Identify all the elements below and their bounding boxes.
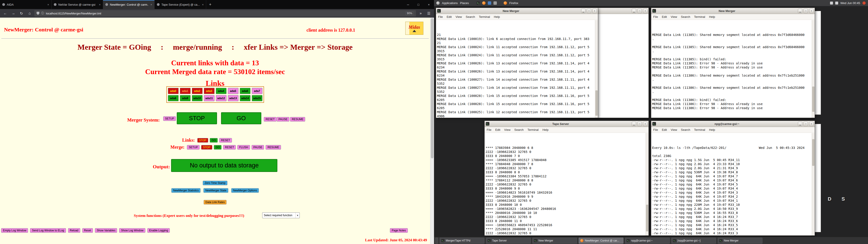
tab-close-icon[interactable]: × <box>150 3 152 6</box>
taskbar-item-npg-terminal-minimized[interactable]: >_ [npg@carme-gsi:~] <box>671 238 716 244</box>
menu-item[interactable]: Search <box>681 128 690 131</box>
maximize-button[interactable]: □ <box>804 122 808 126</box>
newmerger-options-button[interactable]: NewMerger Options <box>231 188 259 193</box>
close-button[interactable]: × <box>643 9 647 13</box>
tab-close-icon[interactable]: × <box>99 3 101 6</box>
merger-pause-button[interactable]: PAUSE <box>277 117 289 122</box>
merger-reset-button[interactable]: RESET <box>264 117 276 122</box>
link-button[interactable]: ada12 <box>216 95 226 101</box>
close-icon[interactable]: × <box>424 0 434 9</box>
close-button[interactable]: × <box>592 9 597 13</box>
taskbar-item-npg-terminal[interactable]: >_ npg@carme-gsi:~ <box>625 238 670 244</box>
link-button[interactable]: ada13 <box>228 95 239 101</box>
url-text[interactable]: localhost:8115/NewMerger/NewMerger.tml <box>46 12 404 15</box>
applications-menu[interactable]: Applications <box>442 1 458 5</box>
scrollbar-thumb[interactable] <box>812 139 814 166</box>
footer-button[interactable]: Empty Log Window <box>1 228 28 233</box>
links-go-button[interactable]: GO <box>210 138 218 143</box>
tab-tape-service[interactable]: Tape Service (Expert) @ ca... × <box>155 0 206 9</box>
tab-newmerger-control[interactable]: NewMerger: Control @ carm... × <box>103 0 155 9</box>
footer-button[interactable]: Reload <box>68 228 80 233</box>
terminal-launcher-icon[interactable]: >_ <box>476 1 480 5</box>
menu-item[interactable]: Terminal <box>694 15 705 19</box>
menu-item[interactable]: Search <box>514 128 524 131</box>
menu-item[interactable]: File <box>438 15 443 19</box>
minimize-button[interactable]: ▁ <box>632 122 636 126</box>
link-button[interactable]: ada10 <box>192 95 203 101</box>
applications-menu-icon[interactable] <box>436 1 440 5</box>
data-link-rates-button[interactable]: Data Link Rates <box>204 200 226 205</box>
shield-icon[interactable] <box>37 12 39 15</box>
minimize-icon[interactable]: ─ <box>403 0 413 9</box>
footer-button[interactable]: Enable Logging <box>147 228 170 233</box>
link-button[interactable]: ada8 <box>168 95 179 101</box>
menu-item[interactable]: Edit <box>662 128 667 131</box>
terminal-scrollbar[interactable] <box>812 20 815 118</box>
overflow-menu-icon[interactable]: » <box>417 10 424 17</box>
terminal-scrollbar[interactable] <box>646 133 649 236</box>
maximize-button[interactable]: □ <box>638 122 642 126</box>
taskbar-handle[interactable] <box>435 238 438 244</box>
footer-button[interactable]: Show Log Window <box>119 228 145 233</box>
merger-go-button[interactable]: GO <box>221 112 261 124</box>
menu-item[interactable]: Terminal <box>528 128 539 131</box>
zero-time-stamp-button[interactable]: Zero Time Stamp <box>203 181 227 185</box>
reload-icon[interactable]: ↻ <box>18 10 25 17</box>
back-icon[interactable]: ← <box>2 10 8 17</box>
new-tab-button[interactable]: + <box>206 0 214 9</box>
close-button[interactable]: × <box>809 122 813 126</box>
link-button[interactable]: ada9 <box>180 95 191 101</box>
output-status-button[interactable]: No output to data storage <box>171 159 277 172</box>
clock[interactable]: Wed Jun 00:45 <box>840 1 860 5</box>
site-info-icon[interactable]: ⓘ <box>41 11 44 16</box>
titlebar[interactable]: >_ New Merger ▁ □ × <box>651 8 815 14</box>
merger-resume-button[interactable]: RESUME <box>290 117 305 122</box>
link-button[interactable]: ada5 <box>228 88 239 94</box>
firefox-launcher-icon[interactable] <box>482 1 486 5</box>
footer-button[interactable]: Send Log Window to ELog <box>30 228 66 233</box>
menu-item[interactable]: Search <box>466 15 475 19</box>
titlebar[interactable]: >_ npg@carme-gsi:~ ▁ □ × <box>651 121 815 127</box>
menu-item[interactable]: Edit <box>495 128 500 131</box>
link-button[interactable]: ada14 <box>240 95 250 101</box>
menu-item[interactable]: Edit <box>447 15 452 19</box>
merge-go-button[interactable]: GO <box>214 145 222 150</box>
page-scrollbar[interactable] <box>430 18 434 244</box>
link-button[interactable]: ada3 <box>204 88 215 94</box>
menu-item[interactable]: View <box>504 128 510 131</box>
maximize-button[interactable]: □ <box>587 9 591 13</box>
editor-launcher-icon[interactable] <box>493 1 497 5</box>
minimize-button[interactable]: ▁ <box>632 9 636 13</box>
menu-item[interactable]: Help <box>709 128 715 131</box>
maximize-button[interactable]: □ <box>638 9 642 13</box>
menu-item[interactable]: Help <box>709 15 715 19</box>
merge-pause-button[interactable]: PAUSE <box>252 145 264 150</box>
tab-netvar-service[interactable]: NetVar Service @ carme-gsi × <box>52 0 103 9</box>
menu-item[interactable]: File <box>487 128 491 131</box>
scrollbar-thumb[interactable] <box>646 205 648 231</box>
zoom-level[interactable]: 90% <box>405 11 414 16</box>
footer-button[interactable]: Reset <box>82 228 93 233</box>
link-button[interactable]: ada4 <box>216 88 226 94</box>
close-button[interactable]: × <box>809 9 813 13</box>
hamburger-menu-icon[interactable]: ☰ <box>426 10 432 17</box>
menu-item[interactable]: File <box>653 128 658 131</box>
scrollbar-thumb[interactable] <box>595 90 598 116</box>
menu-item[interactable]: File <box>653 15 658 19</box>
links-reset-button[interactable]: RESET <box>219 138 232 143</box>
menu-item[interactable]: Search <box>681 15 690 19</box>
taskbar-item-httpd[interactable]: >_ Merger/Tape HTTPd <box>440 238 485 244</box>
terminal-scrollbar[interactable] <box>595 20 598 118</box>
user-status-icon[interactable] <box>862 1 866 5</box>
merger-setup-button[interactable]: SETUP <box>163 116 176 121</box>
maximize-button[interactable]: □ <box>804 9 808 13</box>
volume-tray-icon[interactable] <box>835 2 838 4</box>
system-function-select[interactable]: Select required function ▼ <box>262 212 300 218</box>
taskbar-item-new-merger-2[interactable]: >_ New Merger <box>718 238 763 244</box>
merge-stop-button[interactable]: STOP <box>201 145 212 150</box>
terminal-scrollbar[interactable] <box>812 133 815 236</box>
network-tray-icon[interactable] <box>830 2 833 4</box>
merge-flush-button[interactable]: FLUSH <box>237 145 250 150</box>
titlebar[interactable]: >_ Tape Server ▁ □ × <box>485 121 649 127</box>
window-new-merger-errors[interactable]: >_ New Merger ▁ □ × FileEditViewSearchTe… <box>651 8 815 118</box>
